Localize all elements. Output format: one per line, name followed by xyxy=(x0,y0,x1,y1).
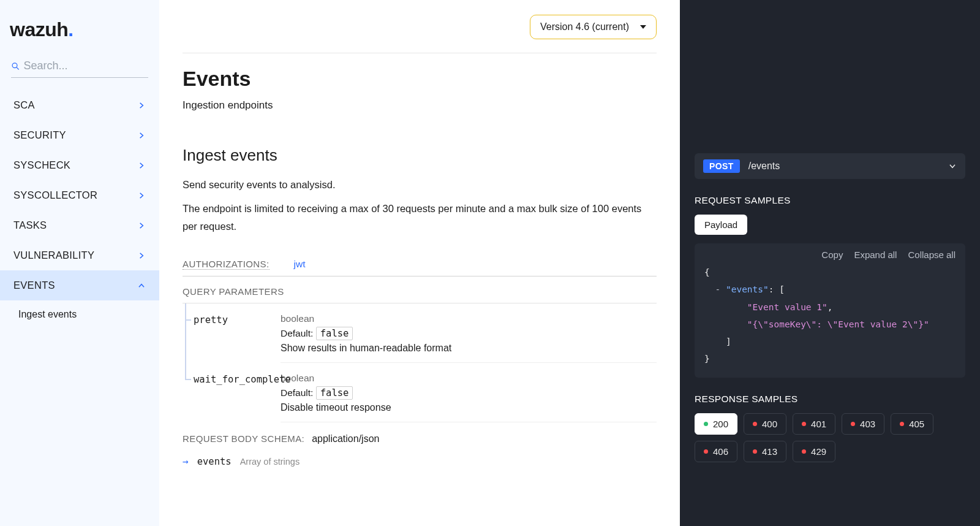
nav-item-syscollector[interactable]: SYSCOLLECTOR xyxy=(0,180,159,210)
request-samples-header: REQUEST SAMPLES xyxy=(695,195,965,206)
param-name: pretty xyxy=(183,303,281,363)
version-label: Version 4.6 (current) xyxy=(540,21,629,32)
samples-panel: POST /events REQUEST SAMPLES Payload Cop… xyxy=(680,0,980,526)
section-title: Ingest events xyxy=(183,146,657,165)
response-code-label: 403 xyxy=(860,419,875,429)
status-dot-icon xyxy=(704,449,708,454)
nav-label: TASKS xyxy=(13,219,47,231)
request-body-label: REQUEST BODY SCHEMA: xyxy=(183,433,304,444)
auth-label: AUTHORIZATIONS: xyxy=(183,259,270,270)
response-code-401[interactable]: 401 xyxy=(793,413,835,435)
version-selector[interactable]: Version 4.6 (current) xyxy=(530,15,657,39)
nav-label: SCA xyxy=(13,99,35,111)
section-desc-2: The endpoint is limited to receiving a m… xyxy=(183,200,657,235)
response-code-label: 401 xyxy=(811,419,826,429)
request-body-row: REQUEST BODY SCHEMA: application/json xyxy=(183,422,657,447)
caret-down-icon xyxy=(640,24,646,30)
section-desc-1: Send security events to analysisd. xyxy=(183,176,657,194)
response-code-label: 405 xyxy=(909,419,924,429)
body-param-row[interactable]: → events Array of strings xyxy=(183,447,657,467)
nav-item-vulnerability[interactable]: VULNERABILITY xyxy=(0,240,159,270)
expand-arrow-icon: → xyxy=(183,455,189,467)
nav-item-sca[interactable]: SCA xyxy=(0,90,159,120)
param-name: wait_for_complete xyxy=(183,363,281,422)
sidebar: wazuh. SCA SECURITY SYSCHECK SYSCOLLECTO… xyxy=(0,0,159,526)
authorizations-row: AUTHORIZATIONS: jwt xyxy=(183,253,657,276)
request-body-value: application/json xyxy=(312,433,379,444)
search-icon xyxy=(11,61,20,71)
response-code-403[interactable]: 403 xyxy=(842,413,884,435)
response-code-label: 406 xyxy=(713,446,728,457)
nav-item-tasks[interactable]: TASKS xyxy=(0,210,159,240)
param-detail: boolean Default: false Show results in h… xyxy=(281,303,657,363)
response-code-429[interactable]: 429 xyxy=(793,441,835,462)
param-type: boolean xyxy=(281,313,657,324)
response-samples-header: RESPONSE SAMPLES xyxy=(695,394,965,405)
response-code-label: 200 xyxy=(713,419,728,429)
response-code-200[interactable]: 200 xyxy=(695,413,737,435)
status-dot-icon xyxy=(900,422,904,426)
query-parameters-header: QUERY PARAMETERS xyxy=(183,276,657,303)
chevron-up-icon xyxy=(137,281,146,290)
chevron-right-icon xyxy=(137,251,146,260)
auth-value-link[interactable]: jwt xyxy=(294,259,306,270)
response-code-label: 400 xyxy=(762,419,777,429)
code-panel: Copy Expand all Collapse all { - "events… xyxy=(695,243,965,378)
body-param-name: events xyxy=(197,456,232,467)
endpoint-path: /events xyxy=(748,161,940,172)
payload-tab[interactable]: Payload xyxy=(695,215,747,235)
chevron-down-icon xyxy=(948,162,957,170)
nav-label: SYSCHECK xyxy=(13,159,70,171)
param-default-value: false xyxy=(316,327,353,340)
param-description: Disable timeout response xyxy=(281,402,657,413)
nav-item-syscheck[interactable]: SYSCHECK xyxy=(0,150,159,180)
param-default-label: Default: xyxy=(281,387,313,398)
param-detail: boolean Default: false Disable timeout r… xyxy=(281,363,657,422)
status-dot-icon xyxy=(753,449,757,454)
param-default-value: false xyxy=(316,386,353,400)
status-dot-icon xyxy=(802,449,806,454)
chevron-right-icon xyxy=(137,221,146,230)
svg-point-0 xyxy=(12,63,17,67)
nav-item-security[interactable]: SECURITY xyxy=(0,120,159,150)
param-default-label: Default: xyxy=(281,328,313,338)
response-code-label: 413 xyxy=(762,446,777,457)
http-method-badge: POST xyxy=(703,159,740,173)
chevron-right-icon xyxy=(137,131,146,140)
param-table: pretty boolean Default: false Show resul… xyxy=(183,303,657,422)
svg-line-1 xyxy=(17,67,19,69)
nav-label: EVENTS xyxy=(13,280,55,291)
endpoint-row[interactable]: POST /events xyxy=(695,153,965,179)
response-code-413[interactable]: 413 xyxy=(744,441,786,462)
response-code-label: 429 xyxy=(811,446,826,457)
response-code-406[interactable]: 406 xyxy=(695,441,737,462)
expand-all-button[interactable]: Expand all xyxy=(854,250,897,260)
copy-button[interactable]: Copy xyxy=(821,250,843,260)
response-code-400[interactable]: 400 xyxy=(744,413,786,435)
collapse-all-button[interactable]: Collapse all xyxy=(908,250,956,260)
chevron-right-icon xyxy=(137,191,146,200)
search-input[interactable] xyxy=(24,59,148,72)
param-type: boolean xyxy=(281,373,657,384)
main-content: Version 4.6 (current) Events Ingestion e… xyxy=(159,0,680,526)
status-dot-icon xyxy=(704,422,708,426)
chevron-right-icon xyxy=(137,161,146,170)
json-sample: { - "events": [ "Event value 1", "{\"som… xyxy=(704,264,956,368)
page-subtitle: Ingestion endpoints xyxy=(183,99,657,112)
response-code-405[interactable]: 405 xyxy=(891,413,933,435)
param-description: Show results in human-readable format xyxy=(281,343,657,354)
search-box[interactable] xyxy=(11,57,148,78)
page-title: Events xyxy=(183,67,657,91)
nav-label: VULNERABILITY xyxy=(13,250,94,261)
response-codes: 200400401403405406413429 xyxy=(695,413,965,462)
nav-sub-ingest-events[interactable]: Ingest events xyxy=(0,300,159,329)
nav: SCA SECURITY SYSCHECK SYSCOLLECTOR TASKS… xyxy=(0,83,159,329)
body-param-type: Array of strings xyxy=(240,457,300,467)
logo: wazuh. xyxy=(0,0,159,57)
status-dot-icon xyxy=(851,422,855,426)
chevron-right-icon xyxy=(137,101,146,110)
nav-item-events[interactable]: EVENTS xyxy=(0,270,159,300)
nav-label: SECURITY xyxy=(13,129,66,141)
status-dot-icon xyxy=(802,422,806,426)
status-dot-icon xyxy=(753,422,757,426)
